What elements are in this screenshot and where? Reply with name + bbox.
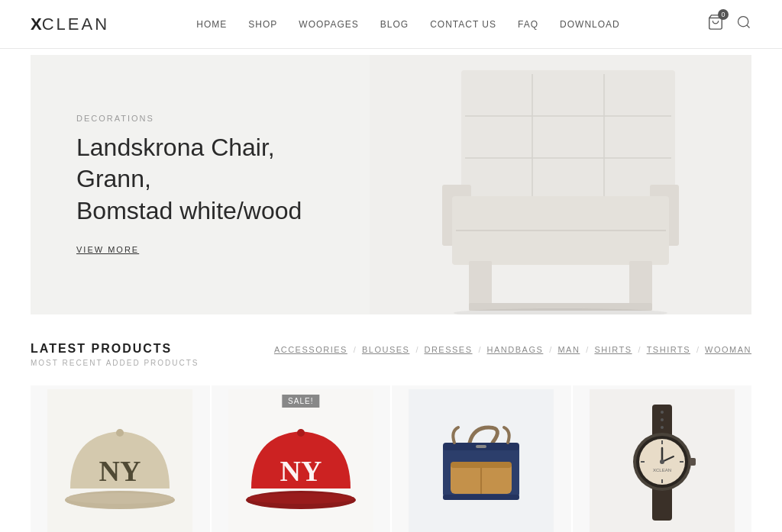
filter-dresses[interactable]: DRESSES bbox=[424, 345, 472, 354]
svg-text:XCLEAN: XCLEAN bbox=[653, 468, 671, 472]
filter-man[interactable]: MAN bbox=[557, 345, 580, 354]
hero-banner: DECORATIONS Landskrona Chair, Grann,Boms… bbox=[31, 55, 751, 314]
sep-2: / bbox=[415, 345, 418, 354]
latest-products-header: LATEST PRODUCTS MOST RECENT ADDED PRODUC… bbox=[31, 342, 751, 367]
search-icon[interactable] bbox=[736, 15, 751, 34]
nav-download[interactable]: DOWNLOAD bbox=[560, 19, 620, 30]
sep-7: / bbox=[696, 345, 699, 354]
logo[interactable]: XCLEAN bbox=[31, 15, 109, 34]
nav-blog[interactable]: BLOG bbox=[380, 19, 409, 30]
svg-rect-4 bbox=[461, 70, 675, 200]
svg-rect-35 bbox=[443, 495, 519, 500]
svg-point-38 bbox=[661, 411, 664, 414]
svg-text:NY: NY bbox=[99, 455, 141, 487]
svg-point-19 bbox=[116, 429, 124, 437]
cart-count: 0 bbox=[718, 9, 729, 20]
sep-4: / bbox=[549, 345, 551, 354]
product-card-2[interactable]: SALE! NY bbox=[212, 385, 391, 532]
svg-rect-52 bbox=[690, 458, 696, 466]
svg-rect-33 bbox=[451, 462, 512, 468]
filter-accessories[interactable]: ACCESSORIES bbox=[274, 345, 347, 354]
nav-contact[interactable]: CONTACT US bbox=[430, 19, 496, 30]
hero-view-more[interactable]: VIEW MORE bbox=[76, 245, 139, 254]
sep-1: / bbox=[354, 345, 356, 354]
cart-icon[interactable]: 0 bbox=[707, 14, 724, 34]
hero-category: DECORATIONS bbox=[76, 114, 324, 123]
svg-point-51 bbox=[660, 459, 664, 464]
nav-home[interactable]: HOME bbox=[196, 19, 227, 30]
product-card-1[interactable]: NY bbox=[31, 385, 210, 532]
hero-text: DECORATIONS Landskrona Chair, Grann,Boms… bbox=[31, 83, 370, 287]
hero-image bbox=[370, 55, 751, 314]
main-nav: HOME SHOP WOOPAGES BLOG CONTACT US FAQ D… bbox=[196, 19, 619, 30]
svg-text:NY: NY bbox=[280, 455, 322, 487]
filter-wooman[interactable]: WOOMAN bbox=[705, 345, 751, 354]
nav-woopages[interactable]: WOOPAGES bbox=[299, 19, 358, 30]
svg-line-2 bbox=[747, 25, 750, 28]
sale-badge: SALE! bbox=[282, 395, 319, 408]
sep-6: / bbox=[638, 345, 641, 354]
product-grid: NY SALE! NY bbox=[31, 385, 751, 532]
latest-products-title: LATEST PRODUCTS bbox=[31, 342, 199, 356]
svg-point-40 bbox=[661, 426, 664, 429]
hero-title: Landskrona Chair, Grann,Bomstad white/wo… bbox=[76, 132, 324, 227]
svg-point-25 bbox=[297, 429, 305, 437]
sep-3: / bbox=[479, 345, 481, 354]
latest-products-section: LATEST PRODUCTS MOST RECENT ADDED PRODUC… bbox=[0, 314, 782, 532]
svg-point-1 bbox=[738, 17, 748, 27]
filter-handbags[interactable]: HANDBAGS bbox=[487, 345, 544, 354]
svg-rect-31 bbox=[476, 445, 486, 448]
product-1-image: NY bbox=[31, 385, 210, 532]
filter-tshirts[interactable]: TSHIRTS bbox=[647, 345, 690, 354]
product-4-image: XCLEAN bbox=[573, 385, 752, 532]
header-icons: 0 bbox=[707, 14, 751, 34]
svg-point-22 bbox=[66, 493, 173, 504]
svg-point-27 bbox=[247, 493, 354, 504]
nav-faq[interactable]: FAQ bbox=[518, 19, 538, 30]
latest-products-subtitle: MOST RECENT ADDED PRODUCTS bbox=[31, 359, 199, 367]
sep-5: / bbox=[586, 345, 588, 354]
nav-shop[interactable]: SHOP bbox=[248, 19, 277, 30]
product-3-image bbox=[392, 385, 571, 532]
header: XCLEAN HOME SHOP WOOPAGES BLOG CONTACT U… bbox=[0, 0, 782, 49]
filter-blouses[interactable]: BLOUSES bbox=[362, 345, 409, 354]
category-filters: ACCESSORIES / BLOUSES / DRESSES / HANDBA… bbox=[274, 342, 751, 354]
latest-title-block: LATEST PRODUCTS MOST RECENT ADDED PRODUC… bbox=[31, 342, 199, 367]
chair-illustration bbox=[370, 55, 751, 314]
svg-point-39 bbox=[661, 418, 664, 421]
product-card-3[interactable] bbox=[392, 385, 571, 532]
product-card-4[interactable]: XCLEAN bbox=[573, 385, 752, 532]
filter-shirts[interactable]: SHIRTS bbox=[594, 345, 632, 354]
